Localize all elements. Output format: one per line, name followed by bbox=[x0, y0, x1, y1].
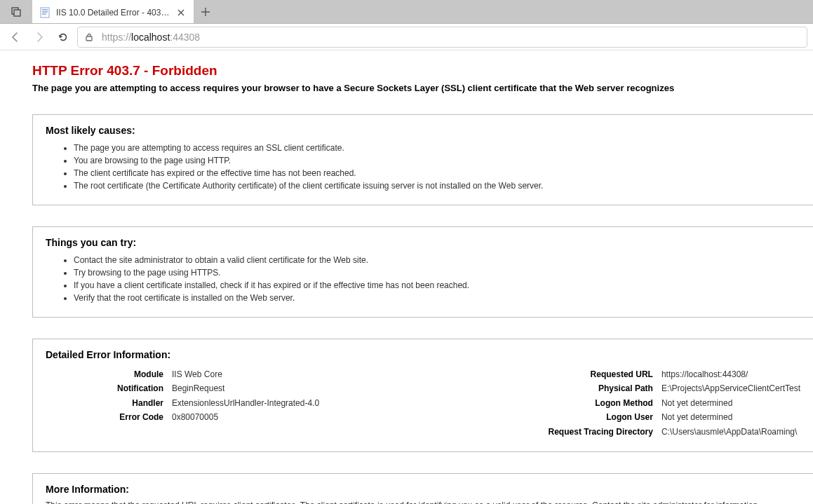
browser-tab[interactable]: IIS 10.0 Detailed Error - 403.7 - F bbox=[32, 0, 194, 23]
detail-table-right: Requested URLhttps://localhost:44308/ Ph… bbox=[514, 367, 800, 439]
table-row: Request Tracing DirectoryC:\Users\ausmle… bbox=[514, 425, 800, 439]
more-info-block: More Information: This error means that … bbox=[32, 473, 813, 504]
url-text: https://localhost:44308 bbox=[102, 32, 200, 43]
table-row: HandlerExtensionlessUrlHandler-Integrate… bbox=[46, 396, 319, 410]
iis-favicon-icon bbox=[39, 7, 51, 18]
tab-strip: IIS 10.0 Detailed Error - 403.7 - F bbox=[0, 0, 813, 24]
table-row: Physical PathE:\Projects\AppServiceClien… bbox=[514, 381, 800, 395]
svg-rect-6 bbox=[86, 36, 92, 41]
causes-block: Most likely causes: The page you are att… bbox=[32, 114, 813, 205]
try-heading: Things you can try: bbox=[46, 237, 800, 248]
svg-rect-2 bbox=[41, 8, 49, 18]
error-title: HTTP Error 403.7 - Forbidden bbox=[32, 63, 813, 79]
tab-title: IIS 10.0 Detailed Error - 403.7 - F bbox=[56, 8, 170, 18]
error-subtitle: The page you are attempting to access re… bbox=[32, 83, 813, 93]
table-row: Logon UserNot yet determined bbox=[514, 410, 800, 424]
try-block: Things you can try: Contact the site adm… bbox=[32, 226, 813, 318]
detail-block: Detailed Error Information: ModuleIIS We… bbox=[32, 339, 813, 452]
svg-rect-1 bbox=[14, 10, 20, 16]
list-item: The client certificate has expired or th… bbox=[74, 167, 800, 179]
try-list: Contact the site administrator to obtain… bbox=[46, 254, 800, 304]
refresh-button[interactable] bbox=[53, 27, 73, 47]
url-scheme: https:// bbox=[102, 32, 131, 43]
url-port: :44308 bbox=[170, 32, 200, 43]
table-row: Logon MethodNot yet determined bbox=[514, 396, 800, 410]
list-item: Verify that the root certificate is inst… bbox=[74, 292, 800, 304]
list-item: Contact the site administrator to obtain… bbox=[74, 254, 800, 266]
page-content: HTTP Error 403.7 - Forbidden The page yo… bbox=[0, 50, 813, 504]
causes-list: The page you are attempting to access re… bbox=[46, 142, 800, 192]
close-tab-icon[interactable] bbox=[175, 7, 187, 18]
table-row: Error Code0x80070005 bbox=[46, 410, 319, 424]
more-info-desc: This error means that the requested URL … bbox=[46, 500, 800, 504]
more-info-heading: More Information: bbox=[46, 484, 800, 495]
site-security-icon[interactable] bbox=[83, 32, 95, 43]
list-item: If you have a client certificate install… bbox=[74, 279, 800, 292]
url-host: localhost bbox=[131, 32, 170, 43]
list-item: You are browsing to the page using HTTP. bbox=[74, 154, 800, 167]
address-bar[interactable]: https://localhost:44308 bbox=[77, 27, 807, 48]
browser-toolbar: https://localhost:44308 bbox=[0, 24, 813, 50]
table-row: Requested URLhttps://localhost:44308/ bbox=[514, 367, 800, 381]
detail-heading: Detailed Error Information: bbox=[46, 349, 800, 360]
causes-heading: Most likely causes: bbox=[46, 125, 800, 136]
forward-button[interactable] bbox=[29, 27, 49, 47]
tab-actions-icon[interactable] bbox=[0, 0, 32, 23]
table-row: ModuleIIS Web Core bbox=[46, 367, 319, 381]
list-item: The root certificate (the Certificate Au… bbox=[74, 179, 800, 192]
new-tab-button[interactable] bbox=[194, 0, 217, 23]
back-button[interactable] bbox=[6, 27, 25, 47]
list-item: The page you are attempting to access re… bbox=[74, 142, 800, 154]
detail-table-left: ModuleIIS Web Core NotificationBeginRequ… bbox=[46, 367, 319, 439]
table-row: NotificationBeginRequest bbox=[46, 381, 319, 395]
list-item: Try browsing to the page using HTTPS. bbox=[74, 266, 800, 279]
